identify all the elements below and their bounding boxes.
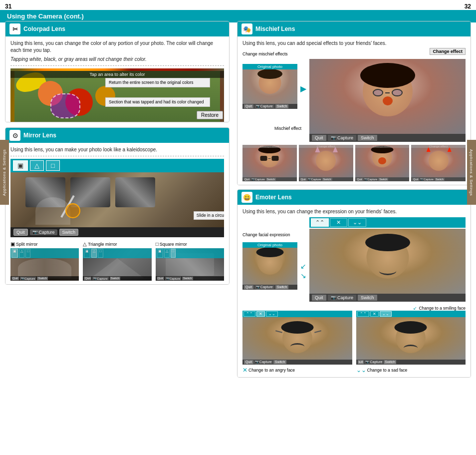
colorpad-desc-italic: Tapping white, black, or gray areas will… [10,56,224,63]
original-photo-label-emoter: Original photo [242,242,297,248]
mirror-icon: ⊙ [9,130,20,141]
section-annotation: Section that was tapped and had its colo… [105,97,210,107]
colorpad-desc: Using this lens, you can change the colo… [10,40,224,54]
mischief-sample-1: Change effect Quit 📷Capture Switch [242,145,297,181]
colorpad-icon: ✂ [9,23,20,34]
angry-face-sample: ⌃⌃ ✕ ⌄⌄ [242,311,352,374]
colorpad-header: ✂ Colorpad Lens [5,21,229,36]
page-number-left: 31 [5,3,11,10]
mischief-section: 🎭 Mischief Lens Using this lens, you can… [237,21,471,185]
mischief-effect-label: Mischief effect [274,126,301,131]
change-effect-label: Change effect [430,48,466,55]
split-mirror-label: Split mirror [16,242,38,247]
restore-button[interactable]: Restore [197,111,223,119]
quit-btn-mirror[interactable]: Quit [13,229,28,236]
emoter-desc: Using this lens, you can change the expr… [242,208,466,215]
capture-btn-emoter[interactable]: 📷 Capture [328,295,357,301]
mirror-header: ⊙ Mirror Lens [5,128,229,143]
switch-btn-emoter[interactable]: Switch [358,295,377,301]
split-mirror-sample: ▣ Split mirror ▣ △ □ Quit [10,241,79,281]
mirror-icons-row: ▣ △ □ [10,159,224,172]
mischief-sample-2: Change effect Quit 📷Capture Switch [299,145,353,181]
angry-annotation: ✕ Change to an angry face [242,367,352,374]
mirror-section: ⊙ Mirror Lens Using this lens, you can m… [5,127,230,285]
mirror-image: Change mirror type Slide in a circular m… [10,172,224,227]
square-mirror-sample: □ Square mirror ▣ △ □ Quit 📷Ca [156,241,224,281]
emoter-section: 😀 Emoter Lens Using this lens, you can c… [237,189,471,378]
quit-btn-mischief[interactable]: Quit [312,135,326,141]
restore-annotation: Return the entire screen to the original… [105,78,210,87]
switch-btn-mirror[interactable]: Switch [59,229,79,236]
original-photo-label-mischief: Original photo [242,64,297,69]
emoter-header: 😀 Emoter Lens [238,190,471,205]
mirror-icon-btn-1[interactable]: ▣ [13,160,28,171]
mirror-icon-btn-3[interactable]: □ [46,160,60,171]
triangle-mirror-label: Triangle mirror [88,242,117,247]
mischief-header: 🎭 Mischief Lens [238,21,471,36]
change-mischief-label: Change mischief effects [242,51,288,56]
emoter-icon: 😀 [241,192,252,203]
colorpad-section: ✂ Colorpad Lens Using this lens, you can… [5,21,230,122]
mischief-sample-3: Change effe... Quit 📷Capture Switch [355,145,410,181]
side-tab-left: Applications & Settings [0,140,9,205]
triangle-mirror-sample: △ Triangle mirror ▣ △ □ Quit 📷 [83,241,151,281]
tap-label: Tap an area to alter its color [10,71,224,78]
mischief-desc: Using this lens, you can add special eff… [242,40,466,47]
mirror-cam-bar: Quit 📷 Capture Switch [10,227,224,237]
change-facial-label: Change facial expression [242,232,290,237]
switch-btn-mischief[interactable]: Switch [358,135,377,141]
sad-annotation: ⌄⌄ Change to a sad face [356,367,466,374]
capture-btn-mirror[interactable]: 📷 Capture [30,229,57,235]
mischief-sample-4: Change effect Quit 📷Capture Switch [411,145,466,181]
capture-btn-mischief[interactable]: 📷 Capture [328,135,357,141]
sad-face-sample: ⌃⌃ ✕ ⌄⌄ iuit 📷Capture [356,311,466,374]
square-mirror-label: Square mirror [160,242,187,247]
page-number-right: 32 [465,3,471,10]
quit-btn-emoter[interactable]: Quit [312,295,326,301]
smiling-annotation: ↙ Change to a smiling face [413,306,466,311]
mirror-title: Mirror Lens [23,132,56,139]
mirror-icon-btn-2[interactable]: △ [30,160,44,171]
mirror-desc: Using this lens, you can make your photo… [10,146,224,153]
colorpad-title: Colorpad Lens [23,25,65,32]
emoter-title: Emoter Lens [255,194,292,201]
slide-annotation: Slide in a circular motion to change mir… [194,211,224,220]
mischief-icon: 🎭 [241,23,252,34]
mischief-title: Mischief Lens [255,25,295,32]
side-tab-right: Applications & Settings [467,140,476,205]
